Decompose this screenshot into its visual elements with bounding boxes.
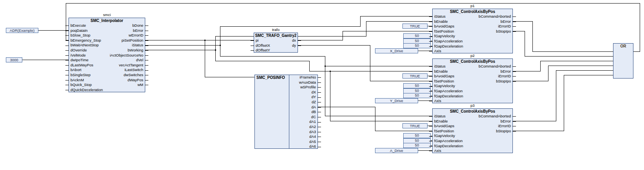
pin-bStopIpo[interactable]: bStopIpo — [434, 79, 511, 84]
literal-ipo-time[interactable]: 3000 — [6, 57, 22, 62]
block-or[interactable]: OR — [613, 43, 633, 79]
pin-fGapDeceleration[interactable]: fGapDeceleration — [434, 44, 511, 49]
pin-dC[interactable]: dC — [290, 115, 316, 120]
pin-bError[interactable]: bError — [70, 28, 143, 33]
pin-bError[interactable]: bError — [434, 19, 511, 24]
pin-Axis[interactable]: Axis — [434, 148, 511, 154]
literal-adr-example[interactable]: ADR(Example) — [6, 28, 38, 33]
pin-fGapAcceleration[interactable]: fGapAcceleration — [434, 89, 511, 94]
pin-dx[interactable]: dx — [256, 38, 296, 43]
literal-true-p1[interactable]: TRUE — [402, 24, 428, 29]
instance-label-trafo[interactable]: trafo — [254, 27, 298, 32]
pin-dZ[interactable]: dZ — [290, 100, 316, 105]
pin-iErrorID[interactable]: iErrorID — [434, 24, 511, 29]
pin-bCommandAborted[interactable]: bCommandAborted — [434, 14, 511, 19]
pin-dwSwitches[interactable]: dwSwitches — [70, 73, 143, 78]
wire — [540, 61, 541, 71]
pin-bCommandAborted[interactable]: bCommandAborted — [434, 114, 511, 119]
pin-dOffsetY[interactable]: dOffsetY — [256, 48, 296, 53]
pin-fGapVelocity[interactable]: fGapVelocity — [434, 34, 511, 39]
pin-dA3[interactable]: dA3 — [290, 130, 316, 135]
pin-bDone[interactable]: bDone — [70, 23, 143, 28]
pin-dA1[interactable]: dA1 — [290, 119, 316, 124]
pin-dy[interactable]: dy — [256, 43, 296, 48]
pin-fGapDeceleration[interactable]: fGapDeceleration — [434, 94, 511, 99]
pin-iErrorID[interactable]: iErrorID — [434, 124, 511, 129]
block-smc-interpolator[interactable]: SMC_Interpolator bExecute poqDataIn bSlo… — [69, 18, 145, 92]
pin-dB[interactable]: dB — [290, 110, 316, 115]
pin-dA2[interactable]: dA2 — [290, 124, 316, 130]
pin-iFrameNo[interactable]: iFrameNo — [290, 75, 316, 80]
literal-true-p2[interactable]: TRUE — [402, 73, 428, 79]
literal-gap-velocity-p2[interactable]: 50 — [403, 83, 431, 88]
fbd-canvas: ADR(Example) 3000 TRUE 50 50 50 X_Drive … — [0, 0, 644, 170]
pin-dVel[interactable]: dVel — [70, 58, 143, 63]
literal-gap-velocity-p1[interactable]: 50 — [403, 33, 431, 38]
pin-piSetPosition[interactable]: piSetPosition — [70, 38, 143, 43]
block-control-axis-p1[interactable]: SMC_ControlAxisByPos iStatus bEnable bAv… — [432, 9, 513, 53]
pin-fGapAcceleration[interactable]: fGapAcceleration — [434, 139, 511, 144]
pin-dA[interactable]: dA — [290, 105, 316, 110]
pin-Axis[interactable]: Axis — [434, 99, 511, 104]
pin-vecActTangent[interactable]: vecActTangent — [70, 63, 143, 68]
pin-dWayPos[interactable]: dWayPos — [70, 78, 143, 83]
wire — [633, 51, 640, 52]
literal-x-drive[interactable]: X_Drive — [375, 48, 418, 53]
literal-y-drive[interactable]: Y_Drive — [375, 98, 418, 103]
literal-true-p3[interactable]: TRUE — [402, 123, 428, 128]
literal-gap-deceleration-p3[interactable]: 50 — [403, 143, 431, 148]
pin-iLastSwitch[interactable]: iLastSwitch — [70, 68, 143, 73]
wire-junction — [204, 40, 206, 41]
pin-dY[interactable]: dY — [290, 95, 316, 100]
wire — [343, 31, 432, 31]
instance-label-p3[interactable]: p3 — [432, 103, 513, 108]
block-control-axis-p2[interactable]: SMC_ControlAxisByPos iStatus bEnable bAv… — [432, 58, 513, 103]
pin-bStopIpo[interactable]: bStopIpo — [434, 129, 511, 134]
instance-label-p2[interactable]: p2 — [432, 53, 513, 58]
wire — [556, 70, 556, 121]
pin-dA6[interactable]: dA6 — [290, 144, 316, 149]
wire — [220, 45, 220, 57]
pin-bCommandAborted[interactable]: bCommandAborted — [434, 64, 511, 69]
literal-gap-acceleration-p2[interactable]: 50 — [403, 88, 431, 93]
wire — [343, 31, 343, 40]
pin-fGapAcceleration[interactable]: fGapAcceleration — [434, 39, 511, 44]
literal-gap-deceleration-p2[interactable]: 50 — [403, 93, 431, 98]
wire — [22, 60, 69, 60]
pin-wErrorID[interactable]: wErrorID — [70, 33, 143, 38]
pin-Axis[interactable]: Axis — [434, 49, 511, 54]
literal-gap-acceleration-p1[interactable]: 50 — [403, 38, 431, 44]
wire — [318, 107, 375, 107]
pin-dA5[interactable]: dA5 — [290, 139, 316, 144]
pin-dQuickDeceleration[interactable]: dQuickDeceleration — [70, 88, 143, 93]
wire-junction — [330, 71, 331, 72]
pin-dX[interactable]: dX — [290, 90, 316, 95]
pin-dA4[interactable]: dA4 — [290, 134, 316, 139]
pin-iActObjectSourceNo[interactable]: iActObjectSourceNo — [70, 53, 143, 58]
block-title: SMC_Interpolator — [69, 18, 145, 23]
instance-label-smci[interactable]: smci — [69, 13, 145, 17]
pin-wSProfile[interactable]: wSProfile — [290, 85, 316, 90]
wire — [640, 3, 640, 52]
pin-fGapDeceleration[interactable]: fGapDeceleration — [434, 144, 511, 149]
pin-bWorking[interactable]: bWorking — [70, 48, 143, 53]
literal-gap-velocity-p3[interactable]: 50 — [403, 133, 431, 138]
literal-gap-deceleration-p1[interactable]: 50 — [403, 43, 431, 48]
pin-bError[interactable]: bError — [434, 69, 511, 74]
pin-wAuxData[interactable]: wAuxData — [290, 80, 316, 85]
pin-wM[interactable]: wM — [70, 82, 143, 88]
pin-fGapVelocity[interactable]: fGapVelocity — [434, 133, 511, 139]
wire-junction — [325, 66, 326, 67]
block-smc-posinfo[interactable]: SMC_POSINFO iFrameNo wAuxData wSProfile … — [254, 75, 318, 149]
block-smc-trafo-gantry2[interactable]: SMC_TRAFO_Gantry2 pi dOffsetX dOffsetY d… — [254, 33, 298, 53]
pin-bStopIpo[interactable]: bStopIpo — [434, 29, 511, 34]
literal-gap-acceleration-p3[interactable]: 50 — [403, 138, 431, 143]
instance-label-p1[interactable]: p1 — [432, 4, 513, 8]
block-control-axis-p3[interactable]: SMC_ControlAxisByPos iStatus bEnable bAv… — [432, 108, 513, 153]
pin-fGapVelocity[interactable]: fGapVelocity — [434, 84, 511, 89]
pin-iStatus[interactable]: iStatus — [70, 43, 143, 48]
wire — [330, 121, 432, 121]
literal-a-drive[interactable]: A_Drive — [375, 148, 418, 153]
pin-bError[interactable]: bError — [434, 119, 511, 124]
pin-iErrorID[interactable]: iErrorID — [434, 74, 511, 79]
